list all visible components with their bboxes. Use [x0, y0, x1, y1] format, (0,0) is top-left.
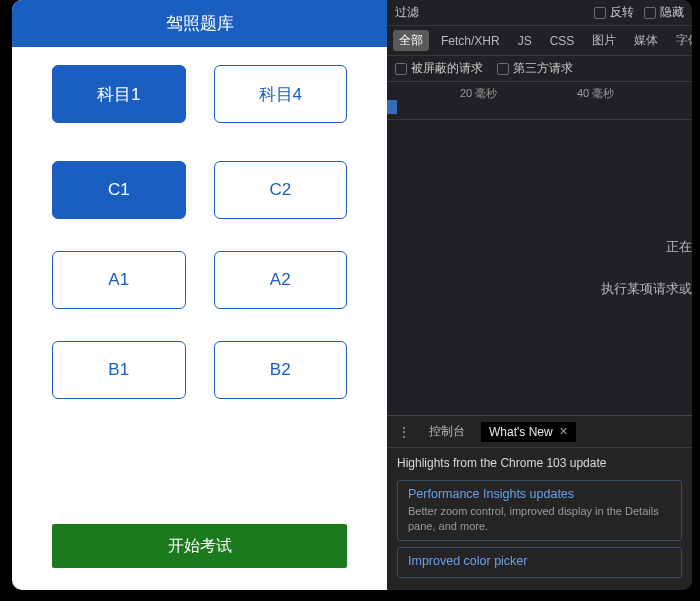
filter-tab-fetch[interactable]: Fetch/XHR	[435, 32, 506, 50]
filter-tab-js[interactable]: JS	[512, 32, 538, 50]
type-row-3: B1 B2	[52, 341, 347, 399]
invert-label: 反转	[610, 4, 634, 21]
drawer-tabs: ⋮ 控制台 What's New ✕	[387, 416, 692, 448]
checkbox-icon	[497, 63, 509, 75]
card-title: Performance Insights updates	[408, 487, 671, 501]
app-title: 驾照题库	[12, 0, 387, 47]
thirdparty-requests-checkbox[interactable]: 第三方请求	[497, 60, 573, 77]
whatsnew-card[interactable]: Improved color picker	[397, 547, 682, 578]
subject-option-1[interactable]: 科目1	[52, 65, 186, 123]
filter-tab-all[interactable]: 全部	[393, 30, 429, 51]
devtools-filter-row: 过滤 反转 隐藏	[387, 0, 692, 26]
network-timeline[interactable]: 20 毫秒 40 毫秒	[387, 82, 692, 120]
subject-option-4[interactable]: 科目4	[214, 65, 348, 123]
app-content: 科目1 科目4 C1 C2 A1 A2 B1 B2	[12, 47, 387, 524]
timeline-mark-20ms: 20 毫秒	[460, 86, 497, 101]
app-footer: 开始考试	[12, 524, 387, 590]
type-option-b2[interactable]: B2	[214, 341, 348, 399]
drawer-tab-whatsnew[interactable]: What's New ✕	[481, 422, 576, 442]
devtools-checkbox-row: 被屏蔽的请求 第三方请求	[387, 56, 692, 82]
type-option-b1[interactable]: B1	[52, 341, 186, 399]
mobile-app-pane: 驾照题库 科目1 科目4 C1 C2 A1 A2 B1 B2 开始考试	[12, 0, 387, 590]
empty-text-2: 执行某项请求或	[601, 280, 692, 298]
empty-text-1: 正在	[666, 238, 692, 256]
hide-checkbox[interactable]: 隐藏	[644, 4, 684, 21]
filter-tab-img[interactable]: 图片	[586, 30, 622, 51]
filter-tab-font[interactable]: 字体	[670, 30, 692, 51]
filter-tab-media[interactable]: 媒体	[628, 30, 664, 51]
whatsnew-card[interactable]: Performance Insights updates Better zoom…	[397, 480, 682, 541]
timeline-mark-40ms: 40 毫秒	[577, 86, 614, 101]
drawer-menu-icon[interactable]: ⋮	[395, 424, 413, 440]
highlights-title: Highlights from the Chrome 103 update	[397, 456, 682, 470]
app-window: 驾照题库 科目1 科目4 C1 C2 A1 A2 B1 B2 开始考试	[12, 0, 692, 590]
type-option-c1[interactable]: C1	[52, 161, 186, 219]
blocked-label: 被屏蔽的请求	[411, 60, 483, 77]
devtools-type-filters: 全部 Fetch/XHR JS CSS 图片 媒体 字体 文	[387, 26, 692, 56]
thirdparty-label: 第三方请求	[513, 60, 573, 77]
hide-label: 隐藏	[660, 4, 684, 21]
checkbox-icon	[594, 7, 606, 19]
timeline-bar	[387, 100, 397, 114]
checkbox-icon	[644, 7, 656, 19]
subject-row: 科目1 科目4	[52, 65, 347, 123]
checkbox-icon	[395, 63, 407, 75]
network-empty-state: 正在 执行某项请求或	[387, 120, 692, 415]
card-desc: Better zoom control, improved display in…	[408, 504, 671, 534]
close-icon[interactable]: ✕	[559, 425, 568, 438]
drawer-tab-console[interactable]: 控制台	[421, 420, 473, 443]
drawer-body: Highlights from the Chrome 103 update Pe…	[387, 448, 692, 590]
devtools-pane: 过滤 反转 隐藏 全部 Fetch/XHR JS CSS 图片 媒体 字体 文	[387, 0, 692, 590]
type-row-2: A1 A2	[52, 251, 347, 309]
card-title: Improved color picker	[408, 554, 671, 568]
drawer-tab-label: What's New	[489, 425, 553, 439]
filter-label: 过滤	[395, 4, 419, 21]
start-exam-button[interactable]: 开始考试	[52, 524, 347, 568]
type-row-1: C1 C2	[52, 161, 347, 219]
type-option-a2[interactable]: A2	[214, 251, 348, 309]
type-option-c2[interactable]: C2	[214, 161, 348, 219]
type-option-a1[interactable]: A1	[52, 251, 186, 309]
devtools-drawer: ⋮ 控制台 What's New ✕ Highlights from the C…	[387, 415, 692, 590]
invert-checkbox[interactable]: 反转	[594, 4, 634, 21]
filter-tab-css[interactable]: CSS	[544, 32, 581, 50]
blocked-requests-checkbox[interactable]: 被屏蔽的请求	[395, 60, 483, 77]
